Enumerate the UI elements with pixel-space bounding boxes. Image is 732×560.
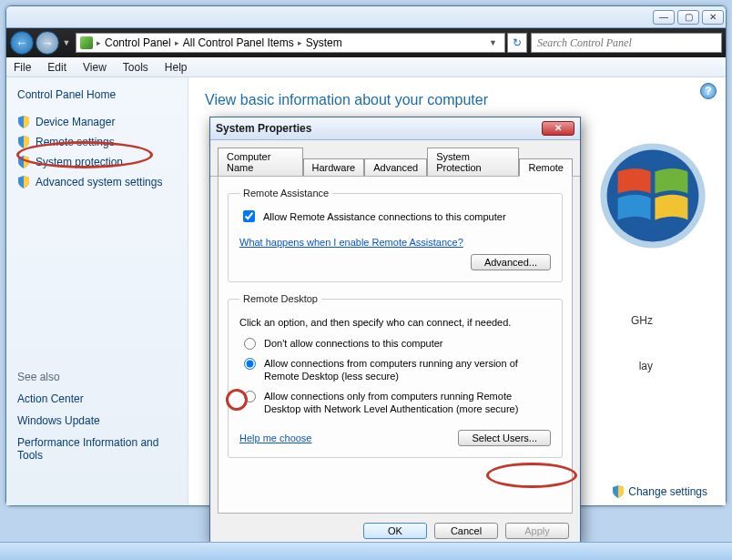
breadcrumb-item[interactable]: System: [306, 36, 342, 49]
sidebar-link-system-protection[interactable]: System protection: [17, 156, 177, 168]
sidebar-item-label: Device Manager: [36, 116, 115, 128]
tab-remote[interactable]: Remote: [519, 158, 573, 177]
shield-icon: [17, 176, 30, 188]
dialog-titlebar: System Properties ✕: [210, 117, 580, 140]
minimize-button[interactable]: —: [653, 10, 675, 25]
apply-button[interactable]: Apply: [505, 523, 569, 539]
see-also-windows-update[interactable]: Windows Update: [17, 414, 177, 427]
dialog-title-text: System Properties: [216, 122, 311, 135]
dialog-tabs: Computer Name Hardware Advanced System P…: [210, 140, 580, 177]
help-icon[interactable]: ?: [700, 83, 717, 99]
tab-advanced[interactable]: Advanced: [364, 158, 427, 176]
remote-assistance-help-link[interactable]: What happens when I enable Remote Assist…: [239, 237, 463, 248]
shield-icon: [17, 136, 30, 148]
remote-assistance-group: Remote Assistance Allow Remote Assistanc…: [228, 188, 563, 282]
change-settings-link[interactable]: Change settings: [612, 485, 707, 498]
sidebar-item-label: Advanced system settings: [36, 176, 162, 188]
menu-help[interactable]: Help: [165, 61, 188, 74]
refresh-button[interactable]: ↻: [507, 33, 527, 53]
rd-option-dont-allow-label: Don't allow connections to this computer: [264, 337, 443, 350]
dialog-close-button[interactable]: ✕: [542, 121, 574, 136]
sidebar-link-device-manager[interactable]: Device Manager: [17, 116, 177, 128]
tab-system-protection[interactable]: System Protection: [427, 148, 519, 176]
menu-bar: File Edit View Tools Help: [6, 57, 726, 77]
tab-hardware[interactable]: Hardware: [303, 158, 365, 176]
see-also-action-center[interactable]: Action Center: [17, 392, 177, 405]
crumb-separator-icon: ▸: [298, 38, 302, 47]
back-button[interactable]: ←: [10, 31, 34, 55]
select-users-button[interactable]: Select Users...: [458, 430, 551, 446]
location-icon: [80, 36, 93, 49]
spec-ghz-label: GHz: [631, 314, 653, 327]
crumb-separator-icon: ▸: [97, 38, 101, 47]
remote-desktop-desc: Click an option, and then specify who ca…: [239, 317, 551, 328]
menu-view[interactable]: View: [83, 61, 107, 74]
close-button[interactable]: ✕: [702, 10, 724, 25]
remote-desktop-legend: Remote Desktop: [239, 293, 321, 304]
rd-option-allow-any-label: Allow connections from computers running…: [264, 357, 551, 382]
address-bar[interactable]: ▸ Control Panel ▸ All Control Panel Item…: [76, 33, 505, 53]
sidebar-item-label: System protection: [36, 156, 123, 168]
windows-logo-icon: [598, 141, 707, 250]
menu-tools[interactable]: Tools: [123, 61, 148, 74]
sidebar: Control Panel Home Device Manager Remote…: [6, 77, 188, 505]
dialog-body: Remote Assistance Allow Remote Assistanc…: [218, 177, 573, 514]
ok-button[interactable]: OK: [363, 523, 427, 539]
nav-bar: ← → ▼ ▸ Control Panel ▸ All Control Pane…: [6, 28, 726, 57]
rd-option-allow-nla-label: Allow connections only from computers ru…: [264, 390, 551, 415]
remote-assistance-advanced-button[interactable]: Advanced...: [471, 254, 551, 270]
history-dropdown-icon[interactable]: ▼: [61, 35, 72, 51]
svg-point-1: [607, 150, 699, 242]
shield-icon: [17, 156, 30, 168]
control-panel-home-link[interactable]: Control Panel Home: [17, 88, 177, 101]
shield-icon: [17, 116, 30, 128]
breadcrumb-item[interactable]: All Control Panel Items: [183, 36, 294, 49]
allow-remote-assistance-checkbox[interactable]: [243, 210, 255, 222]
allow-remote-assistance-label: Allow Remote Assistance connections to t…: [263, 211, 506, 222]
see-also-perf-info[interactable]: Performance Information and Tools: [17, 436, 177, 462]
sidebar-link-remote-settings[interactable]: Remote settings: [17, 136, 177, 148]
sidebar-link-advanced-settings[interactable]: Advanced system settings: [17, 176, 177, 188]
change-settings-label: Change settings: [628, 485, 707, 498]
search-box[interactable]: [531, 33, 722, 53]
menu-edit[interactable]: Edit: [47, 61, 66, 74]
maximize-button[interactable]: ▢: [677, 10, 699, 25]
help-me-choose-link[interactable]: Help me choose: [239, 433, 312, 443]
window-titlebar: — ▢ ✕: [6, 6, 726, 28]
menu-file[interactable]: File: [14, 61, 31, 74]
taskbar: [0, 542, 732, 560]
rd-option-allow-any[interactable]: [244, 358, 256, 370]
page-title: View basic information about your comput…: [205, 92, 709, 108]
crumb-separator-icon: ▸: [175, 38, 179, 47]
spec-play-label: lay: [639, 360, 653, 372]
system-properties-dialog: System Properties ✕ Computer Name Hardwa…: [209, 117, 581, 543]
rd-option-dont-allow[interactable]: [244, 338, 256, 350]
sidebar-item-label: Remote settings: [36, 136, 115, 148]
search-input[interactable]: [535, 36, 717, 51]
rd-option-allow-nla[interactable]: [244, 391, 256, 402]
breadcrumb-item[interactable]: Control Panel: [105, 36, 171, 49]
tab-computer-name[interactable]: Computer Name: [218, 148, 303, 176]
shield-icon: [612, 485, 625, 498]
see-also-header: See also: [17, 371, 177, 383]
remote-desktop-group: Remote Desktop Click an option, and then…: [228, 293, 563, 458]
forward-button[interactable]: →: [36, 31, 59, 55]
remote-assistance-legend: Remote Assistance: [239, 188, 332, 199]
cancel-button[interactable]: Cancel: [434, 523, 498, 539]
address-dropdown-icon[interactable]: ▼: [485, 38, 501, 47]
